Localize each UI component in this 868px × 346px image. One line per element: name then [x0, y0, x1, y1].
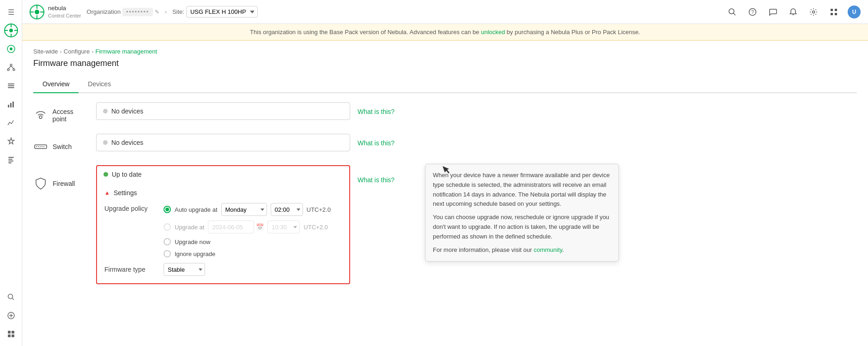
org-label: Organization	[87, 8, 121, 15]
switch-row: Switch No devices What is this?	[33, 134, 857, 154]
sidebar-logs-icon[interactable]	[3, 151, 19, 168]
sidebar-add-icon[interactable]	[3, 307, 19, 324]
breadcrumb-site-wide[interactable]: Site-wide	[33, 48, 58, 55]
date-input[interactable]	[208, 221, 254, 233]
banner: This organization is using the Base Pack…	[22, 24, 868, 41]
topbar-actions: ? U	[726, 6, 861, 18]
logo-icon	[4, 24, 18, 37]
svg-rect-46	[831, 13, 833, 15]
breadcrumb-configure[interactable]: Configure	[64, 48, 90, 55]
svg-point-38	[729, 9, 734, 14]
firewall-status-dot	[103, 172, 108, 177]
ignore-upgrade-label: Ignore upgrade	[175, 251, 215, 257]
svg-rect-31	[12, 334, 14, 337]
svg-line-24	[12, 298, 14, 300]
settings-box: ▲ Settings Upgrade policy Auto upgrade a…	[96, 182, 350, 284]
upgrade-policy-label: Upgrade policy	[104, 203, 160, 212]
svg-rect-45	[835, 9, 837, 11]
sidebar-grid-icon[interactable]	[3, 326, 19, 342]
user-avatar[interactable]: U	[848, 6, 861, 18]
site-section: Site: USG FLEX H 100HP	[172, 6, 258, 18]
sidebar-dashboard-icon[interactable]	[3, 41, 19, 57]
firewall-label: Firewall	[53, 180, 75, 187]
upgrade-now-radio[interactable]	[164, 238, 171, 245]
access-point-status-dot	[103, 109, 108, 113]
svg-rect-20	[8, 159, 12, 160]
org-section: Organization •••••••• ✎	[87, 8, 159, 16]
sidebar-menu-icon[interactable]: ☰	[3, 4, 19, 20]
svg-point-1	[9, 29, 13, 32]
firmware-type-label: Firmware type	[104, 266, 160, 273]
timezone-at: UTC+2.0	[303, 224, 328, 231]
apps-icon[interactable]	[827, 6, 840, 18]
breadcrumb-arrow-icon: ›	[165, 9, 167, 15]
firmware-type-select[interactable]: Stable Beta	[164, 263, 205, 276]
tabs: Overview Devices	[33, 76, 857, 93]
svg-rect-19	[8, 157, 14, 158]
svg-rect-13	[8, 84, 14, 84]
svg-rect-21	[8, 161, 13, 161]
tab-overview[interactable]: Overview	[33, 76, 79, 93]
notification-icon[interactable]	[787, 6, 800, 18]
firewall-what-link[interactable]: What is this?	[358, 176, 395, 184]
ignore-upgrade-option: Ignore upgrade	[164, 250, 331, 257]
nebula-logo	[30, 5, 44, 19]
switch-status-text: No devices	[111, 139, 143, 146]
svg-rect-29	[12, 331, 14, 334]
svg-point-10	[13, 69, 15, 71]
banner-unlock-link[interactable]: unlocked	[481, 29, 505, 36]
sidebar-analytics-icon[interactable]	[3, 96, 19, 113]
svg-point-33	[35, 10, 39, 14]
auto-upgrade-radio[interactable]	[164, 206, 171, 213]
search-icon[interactable]	[726, 6, 739, 18]
switch-what-link[interactable]: What is this?	[358, 139, 395, 147]
chat-icon[interactable]	[766, 6, 779, 18]
community-link[interactable]: community	[534, 246, 562, 253]
firewall-icon	[33, 176, 48, 191]
svg-rect-14	[8, 85, 14, 86]
site-select[interactable]: USG FLEX H 100HP	[186, 6, 258, 18]
page-title: Firmware management	[33, 59, 857, 68]
sidebar-topology-icon[interactable]	[3, 59, 19, 76]
upgrade-at-time[interactable]: 10:30	[267, 221, 300, 233]
svg-point-43	[813, 11, 815, 13]
help-icon[interactable]: ?	[746, 6, 759, 18]
svg-rect-18	[12, 101, 14, 107]
app-name: nebula Control Center	[48, 5, 81, 19]
time-select[interactable]: 02:00	[271, 203, 303, 216]
access-point-status-box: No devices	[96, 102, 350, 120]
sidebar: ☰	[0, 0, 22, 346]
access-point-icon	[33, 108, 48, 123]
sidebar-alerts-icon[interactable]	[3, 133, 19, 149]
firmware-type-row: Firmware type Stable Beta	[104, 263, 342, 276]
access-point-row: Access point No devices What is this?	[33, 102, 857, 123]
svg-point-7	[10, 48, 12, 50]
tooltip-box: When your device have a newer firmware a…	[425, 164, 619, 262]
sidebar-search-icon[interactable]	[3, 289, 19, 305]
upgrade-at-option: Upgrade at 📅 10:30 UTC+2.0	[164, 221, 331, 233]
policy-options: Auto upgrade at Monday Tuesday Wednesday…	[164, 203, 331, 257]
settings-title: Settings	[114, 189, 137, 197]
tooltip-p1: When your device have a newer firmware a…	[433, 171, 611, 209]
tab-devices[interactable]: Devices	[79, 76, 120, 93]
upgrade-at-radio[interactable]	[164, 223, 171, 231]
org-edit-icon[interactable]: ✎	[155, 9, 159, 15]
sidebar-reports-icon[interactable]	[3, 114, 19, 131]
svg-point-8	[10, 64, 12, 66]
switch-status-box: No devices	[96, 134, 350, 151]
upgrade-policy-row: Upgrade policy Auto upgrade at Monday Tu…	[104, 203, 342, 257]
calendar-icon[interactable]: 📅	[256, 223, 264, 231]
day-select[interactable]: Monday Tuesday Wednesday Thursday Friday…	[221, 203, 267, 216]
ignore-upgrade-radio[interactable]	[164, 250, 171, 257]
svg-rect-22	[8, 162, 12, 163]
topbar: nebula Control Center Organization •••••…	[22, 0, 868, 24]
switch-icon	[33, 139, 48, 154]
svg-rect-44	[831, 9, 833, 11]
firewall-status-text: Up to date	[112, 171, 142, 178]
settings-icon[interactable]	[807, 6, 820, 18]
svg-rect-15	[8, 87, 14, 88]
access-point-what-link[interactable]: What is this?	[358, 108, 395, 115]
tooltip-p2: You can choose upgrade now, reschedule o…	[433, 213, 611, 241]
sidebar-list-icon[interactable]	[3, 78, 19, 94]
svg-line-11	[8, 66, 11, 69]
